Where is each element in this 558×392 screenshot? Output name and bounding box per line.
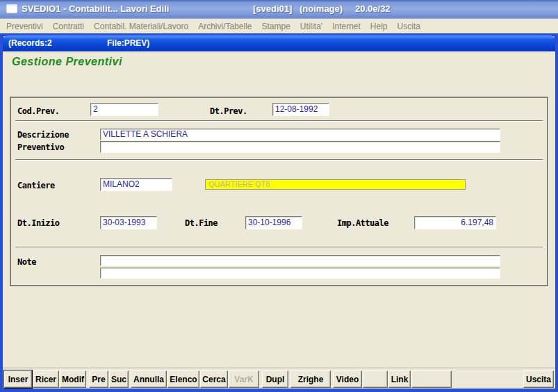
records-bar: (Records:2 File:PREV): [3, 35, 555, 51]
dt-fine-field[interactable]: 30-10-1996: [245, 216, 302, 229]
page-title: Gestione Preventivi: [12, 56, 122, 68]
separator: [15, 120, 543, 122]
cantiere-description-field: QUARTIERE QT8: [205, 179, 466, 190]
dt-inizio-label: Dt.Inizio: [17, 218, 60, 228]
menu-archivi-tabelle[interactable]: Archivi/Tabelle: [193, 22, 256, 31]
blank-button-1[interactable]: [363, 370, 388, 388]
app-version: 20.0e/32: [355, 3, 391, 14]
preventivo-label: Preventivo: [17, 142, 64, 152]
vark-button: VarK: [229, 370, 259, 388]
annulla-button[interactable]: Annulla: [131, 370, 167, 388]
cod-prev-label: Cod.Prev.: [17, 106, 60, 116]
dt-inizio-field[interactable]: 30-03-1993: [100, 216, 157, 229]
window-frame: (Records:2 File:PREV) Gestione Preventiv…: [0, 33, 558, 392]
menu-help[interactable]: Help: [366, 22, 393, 31]
descrizione-field-line1[interactable]: VILLETTE A SCHIERA: [100, 129, 500, 140]
blank-button-2[interactable]: [411, 370, 452, 388]
records-count: (Records:2: [8, 38, 52, 48]
imp-attuale-label: Imp.Attuale: [337, 218, 388, 228]
menu-bar: Preventivi Contratti Contabil. Materiali…: [0, 19, 558, 33]
link-button[interactable]: Link: [388, 370, 411, 388]
cantiere-label: Cantiere: [17, 181, 55, 190]
dupl-button[interactable]: Dupl: [262, 370, 288, 388]
modif-button[interactable]: Modif: [60, 370, 86, 388]
separator: [15, 247, 543, 248]
ricer-button[interactable]: Ricer: [33, 370, 59, 388]
separator: [15, 159, 543, 161]
window-title: SVEDIO1 - Contabilit... Lavori Edili: [22, 3, 169, 14]
video-button[interactable]: Video: [333, 370, 362, 388]
cantiere-field[interactable]: MILANO2: [100, 178, 172, 191]
dt-prev-label: Dt.Prev.: [210, 106, 247, 116]
menu-preventivi[interactable]: Preventivi: [1, 22, 48, 31]
note-field-line1[interactable]: [100, 255, 500, 266]
file-name: File:PREV): [107, 38, 149, 48]
menu-utilita[interactable]: Utilita': [295, 22, 327, 31]
menu-stampe[interactable]: Stampe: [257, 22, 295, 31]
app-window: SVEDIO1 - Contabilit... Lavori Edili [sv…: [0, 0, 558, 392]
dt-prev-field[interactable]: 12-08-1992: [272, 103, 329, 116]
menu-uscita[interactable]: Uscita: [393, 22, 425, 31]
content-area: Gestione Preventivi Cod.Prev. 2 Dt.Prev.…: [3, 51, 555, 389]
descrizione-label: Descrizione: [17, 130, 69, 140]
menu-internet[interactable]: Internet: [327, 22, 366, 31]
descrizione-field-line2[interactable]: [100, 141, 500, 153]
elenco-button[interactable]: Elenco: [167, 370, 199, 388]
dt-fine-label: Dt.Fine: [185, 218, 218, 228]
title-bar: SVEDIO1 - Contabilit... Lavori Edili [sv…: [0, 0, 558, 19]
note-label: Note: [17, 257, 36, 267]
inser-button[interactable]: Inser: [4, 370, 32, 388]
pre-button[interactable]: Pre: [89, 370, 108, 388]
form-groupbox: Cod.Prev. 2 Dt.Prev. 12-08-1992 Descrizi…: [10, 97, 548, 286]
imp-attuale-field[interactable]: 6.197,48: [414, 216, 496, 229]
cerca-button[interactable]: Cerca: [200, 370, 228, 388]
button-bar: Inser Ricer Modif Pre Suc Annulla Elenco…: [3, 369, 555, 389]
zrighe-button[interactable]: Zrighe: [290, 370, 331, 388]
suc-button[interactable]: Suc: [109, 370, 129, 388]
window-icon: [6, 4, 17, 13]
image-status: (noimage): [299, 3, 343, 14]
note-field-line2[interactable]: [100, 268, 500, 279]
menu-contratti[interactable]: Contratti: [48, 22, 89, 31]
session-name: [svedi01]: [253, 3, 292, 14]
menu-contabil-materiali-lavoro[interactable]: Contabil. Materiali/Lavoro: [89, 22, 193, 31]
uscita-button[interactable]: Uscita: [523, 370, 554, 388]
cod-prev-field[interactable]: 2: [90, 103, 158, 116]
